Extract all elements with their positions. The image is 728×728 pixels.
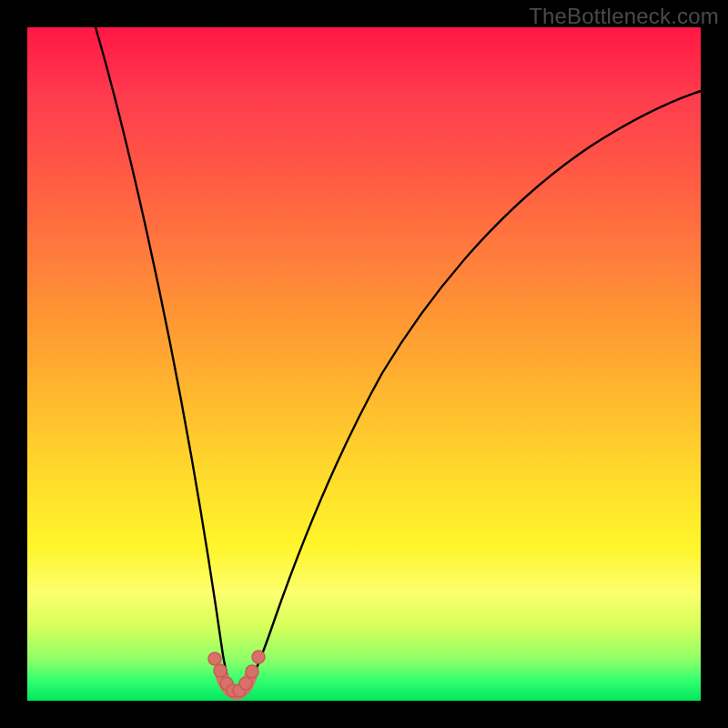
- marker-dot: [239, 677, 252, 690]
- marker-dot: [208, 652, 221, 665]
- watermark-text: TheBottleneck.com: [529, 4, 719, 29]
- marker-dot: [252, 651, 265, 663]
- chart-svg: [27, 27, 701, 701]
- outer-frame: TheBottleneck.com: [0, 0, 728, 728]
- optimal-marker-group: [208, 651, 265, 697]
- bottleneck-curve: [96, 27, 701, 696]
- plot-area: [27, 27, 701, 701]
- marker-dot: [246, 665, 258, 678]
- marker-dot: [214, 664, 227, 677]
